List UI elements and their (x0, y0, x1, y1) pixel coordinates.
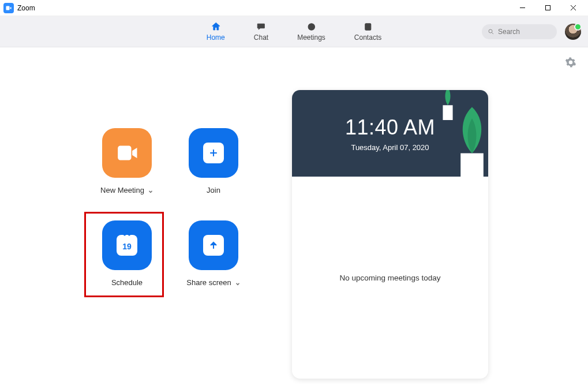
nav-right (482, 24, 581, 40)
close-button[interactable] (560, 0, 586, 16)
chevron-down-icon (235, 280, 241, 286)
tab-label: Contacts (354, 33, 381, 42)
tab-meetings[interactable]: Meetings (297, 21, 325, 42)
join-button[interactable] (189, 128, 238, 178)
calendar-icon: 19 (117, 235, 137, 256)
clock-date: Tuesday, April 07, 2020 (351, 143, 429, 152)
join-action: Join (170, 128, 257, 220)
action-label: Schedule (111, 278, 143, 287)
svg-point-7 (489, 29, 492, 33)
share-screen-action: Share screen (170, 220, 257, 313)
home-icon (210, 21, 222, 32)
new-meeting-action: New Meeting (84, 128, 170, 220)
schedule-action: 19 Schedule (84, 220, 170, 313)
search-box[interactable] (482, 24, 557, 39)
chat-icon (255, 21, 267, 32)
new-meeting-button[interactable] (102, 128, 152, 178)
share-screen-button[interactable] (189, 220, 238, 270)
tab-chat[interactable]: Chat (254, 21, 268, 42)
content-area: New Meeting Join 19 (0, 47, 588, 389)
search-input[interactable] (498, 28, 544, 36)
nav-tabs: Home Chat Meetings Contacts (207, 16, 381, 47)
action-label: Join (207, 186, 220, 194)
svg-rect-1 (545, 6, 550, 10)
clock-time: 11:40 AM (345, 115, 435, 140)
arrow-up-icon (203, 235, 224, 256)
chevron-down-icon (148, 188, 153, 193)
meetings-card: 11:40 AM Tuesday, April 07, 2020 No upco… (292, 90, 488, 379)
action-grid: New Meeting Join 19 (84, 128, 257, 313)
action-label: Share screen (186, 278, 231, 287)
action-label: New Meeting (100, 186, 144, 194)
clock-icon (306, 21, 317, 32)
new-meeting-label-row[interactable]: New Meeting (100, 186, 153, 194)
svg-rect-15 (460, 154, 484, 177)
settings-button[interactable] (565, 57, 576, 68)
tab-label: Meetings (297, 33, 325, 42)
avatar[interactable] (565, 24, 581, 40)
app-icon (3, 3, 14, 13)
svg-point-11 (123, 234, 125, 235)
svg-point-12 (128, 234, 130, 235)
window-title: Zoom (17, 4, 510, 12)
tab-home[interactable]: Home (207, 21, 225, 42)
title-bar: Zoom (0, 0, 588, 16)
tab-label: Chat (254, 33, 268, 42)
video-icon (115, 141, 138, 164)
gear-icon (565, 57, 576, 68)
maximize-button[interactable] (535, 0, 560, 16)
plus-square-icon (203, 143, 224, 163)
svg-point-6 (367, 25, 369, 27)
tab-label: Home (207, 33, 225, 42)
calendar-day: 19 (122, 242, 132, 251)
nav-bar: Home Chat Meetings Contacts (0, 16, 588, 47)
card-hero: 11:40 AM Tuesday, April 07, 2020 (292, 90, 488, 177)
share-screen-label-row[interactable]: Share screen (186, 278, 240, 287)
plant-decoration (451, 103, 488, 177)
empty-meetings-message: No upcoming meetings today (340, 274, 441, 282)
minimize-button[interactable] (510, 0, 535, 16)
svg-line-8 (492, 32, 494, 34)
search-icon (488, 28, 495, 35)
card-body: No upcoming meetings today (292, 177, 488, 379)
tab-contacts[interactable]: Contacts (354, 21, 381, 42)
contacts-icon (362, 21, 374, 32)
window-controls (510, 0, 586, 16)
schedule-button[interactable]: 19 (102, 220, 152, 270)
